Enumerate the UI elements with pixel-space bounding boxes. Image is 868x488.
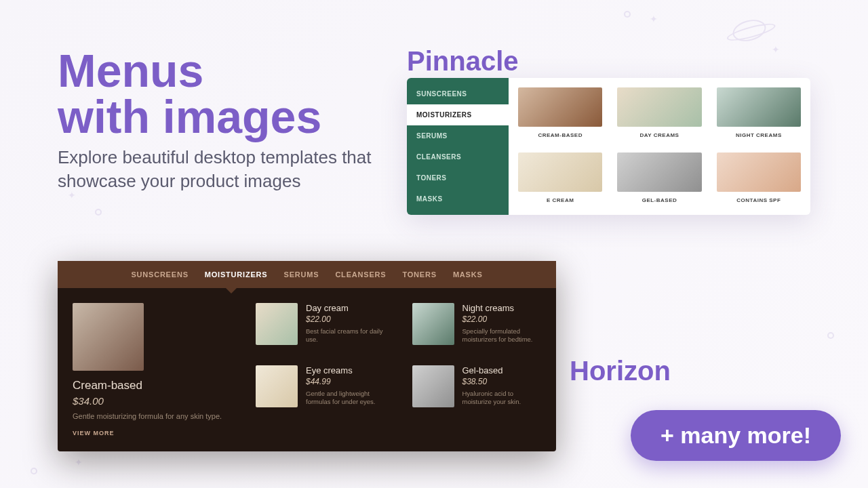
item-desc: Specially formulated moisturizers for be… bbox=[462, 327, 542, 344]
item-price: $22.00 bbox=[462, 314, 542, 324]
circle-icon bbox=[95, 209, 102, 216]
product-item[interactable]: Gel-based $38.50 Hyaluronic acid to mois… bbox=[412, 365, 542, 407]
product-thumb bbox=[518, 152, 602, 192]
product-cell[interactable]: GEL-BASED bbox=[617, 152, 701, 205]
horizon-label: Horizon bbox=[570, 356, 671, 386]
tab-moisturizers[interactable]: MOISTURIZERS bbox=[205, 270, 268, 279]
product-cell[interactable]: CONTAINS SPF bbox=[717, 152, 801, 205]
featured-price: $34.00 bbox=[73, 395, 229, 407]
tab-sunscreens[interactable]: SUNSCREENS bbox=[131, 270, 188, 279]
sidebar-item-moisturizers[interactable]: MOISTURIZERS bbox=[407, 104, 509, 125]
product-thumb bbox=[518, 87, 602, 127]
item-price: $22.00 bbox=[306, 314, 385, 324]
item-desc: Best facial creams for daily use. bbox=[306, 327, 385, 344]
page-title: Menus with images bbox=[58, 47, 321, 140]
sidebar-item-toners[interactable]: TONERS bbox=[407, 167, 509, 188]
item-thumb bbox=[412, 303, 454, 345]
many-more-button[interactable]: + many more! bbox=[631, 410, 841, 461]
tab-serums[interactable]: SERUMS bbox=[284, 270, 319, 279]
sidebar-item-masks[interactable]: MASKS bbox=[407, 188, 509, 209]
horizon-body: Cream-based $34.00 Gentle moisturizing f… bbox=[58, 288, 556, 451]
item-thumb bbox=[256, 303, 298, 345]
item-name: Night creams bbox=[462, 303, 542, 313]
product-column: Day cream $22.00 Best facial creams for … bbox=[256, 303, 385, 436]
tab-masks[interactable]: MASKS bbox=[453, 270, 483, 279]
product-caption: CREAM-BASED bbox=[518, 132, 602, 138]
item-name: Day cream bbox=[306, 303, 385, 313]
product-cell[interactable]: CREAM-BASED bbox=[518, 87, 602, 140]
planet-icon bbox=[730, 16, 768, 45]
pinnacle-template: SUNSCREENS MOISTURIZERS SERUMS CLEANSERS… bbox=[407, 78, 810, 215]
circle-icon bbox=[827, 332, 834, 339]
sidebar-item-sunscreens[interactable]: SUNSCREENS bbox=[407, 83, 509, 104]
item-name: Eye creams bbox=[306, 365, 385, 375]
product-caption: CONTAINS SPF bbox=[717, 197, 801, 203]
item-desc: Hyaluronic acid to moisturize your skin. bbox=[462, 390, 542, 407]
pinnacle-label: Pinnacle bbox=[407, 46, 519, 77]
page-subtitle: Explore beautiful desktop templates that… bbox=[58, 146, 383, 193]
featured-name: Cream-based bbox=[73, 379, 229, 392]
product-cell[interactable]: DAY CREAMS bbox=[617, 87, 701, 140]
item-desc: Gentle and lightweight formulas for unde… bbox=[306, 390, 385, 407]
product-caption: NIGHT CREAMS bbox=[717, 132, 801, 138]
sidebar-item-cleansers[interactable]: CLEANSERS bbox=[407, 146, 509, 167]
circle-icon bbox=[31, 468, 37, 474]
product-caption: GEL-BASED bbox=[617, 197, 701, 203]
product-thumb bbox=[717, 152, 801, 192]
product-caption: DAY CREAMS bbox=[617, 132, 701, 138]
sparkle-icon: ✦ bbox=[75, 457, 83, 468]
sidebar-item-serums[interactable]: SERUMS bbox=[407, 125, 509, 146]
item-thumb bbox=[412, 365, 454, 407]
item-name: Gel-based bbox=[462, 365, 542, 375]
featured-desc: Gentle moisturizing formula for any skin… bbox=[73, 412, 229, 420]
horizon-tabs: SUNSCREENS MOISTURIZERS SERUMS CLEANSERS… bbox=[58, 261, 556, 288]
tab-toners[interactable]: TONERS bbox=[402, 270, 436, 279]
circle-icon bbox=[624, 11, 631, 18]
product-thumb bbox=[617, 152, 701, 192]
featured-product[interactable]: Cream-based $34.00 Gentle moisturizing f… bbox=[73, 303, 229, 436]
sparkle-icon: ✦ bbox=[650, 14, 658, 24]
product-item[interactable]: Day cream $22.00 Best facial creams for … bbox=[256, 303, 385, 345]
view-more-link[interactable]: VIEW MORE bbox=[73, 430, 229, 436]
product-cell[interactable]: NIGHT CREAMS bbox=[717, 87, 801, 140]
featured-thumb bbox=[73, 303, 144, 371]
pinnacle-grid: CREAM-BASED DAY CREAMS NIGHT CREAMS E CR… bbox=[509, 78, 810, 215]
product-cell[interactable]: E CREAM bbox=[518, 152, 602, 205]
title-line2: with images bbox=[58, 91, 321, 142]
pinnacle-sidebar: SUNSCREENS MOISTURIZERS SERUMS CLEANSERS… bbox=[407, 78, 509, 215]
product-item[interactable]: Eye creams $44.99 Gentle and lightweight… bbox=[256, 365, 385, 407]
product-thumb bbox=[617, 87, 701, 127]
sparkle-icon: ✦ bbox=[772, 44, 780, 55]
product-thumb bbox=[717, 87, 801, 127]
item-thumb bbox=[256, 365, 298, 407]
tab-cleansers[interactable]: CLEANSERS bbox=[335, 270, 386, 279]
title-line1: Menus bbox=[58, 45, 203, 96]
product-item[interactable]: Night creams $22.00 Specially formulated… bbox=[412, 303, 542, 345]
product-column: Night creams $22.00 Specially formulated… bbox=[412, 303, 542, 436]
product-caption: E CREAM bbox=[518, 197, 602, 203]
horizon-template: SUNSCREENS MOISTURIZERS SERUMS CLEANSERS… bbox=[58, 261, 556, 451]
item-price: $44.99 bbox=[306, 377, 385, 386]
item-price: $38.50 bbox=[462, 377, 542, 386]
